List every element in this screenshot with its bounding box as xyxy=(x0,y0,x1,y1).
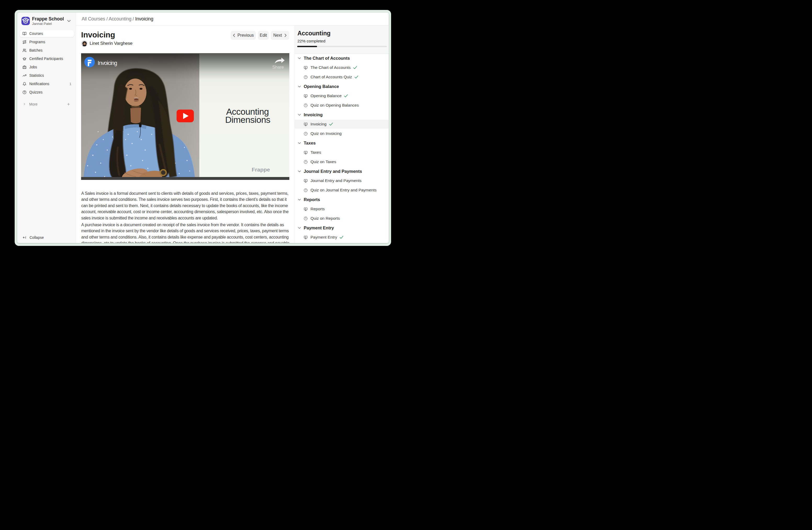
svg-text:Dimensions: Dimensions xyxy=(225,115,271,125)
svg-text:Frappe: Frappe xyxy=(252,167,270,172)
svg-text:Invoicing: Invoicing xyxy=(98,60,117,66)
svg-text:Share: Share xyxy=(272,65,284,69)
